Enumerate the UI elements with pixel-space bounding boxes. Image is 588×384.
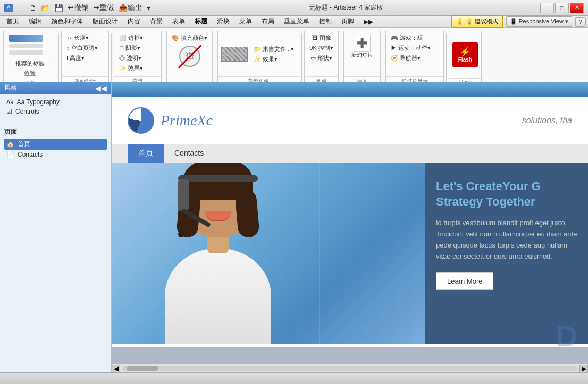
hero-right-panel: Let's CreateYour G Strategy Together Id … — [425, 163, 588, 344]
new-slide-button[interactable]: ➕ 新幻灯片 — [349, 33, 375, 60]
menu-spacing[interactable]: 布局 — [257, 16, 279, 27]
ribbon-group-insert: ➕ 新幻灯片 插入 — [343, 31, 381, 86]
maximize-button[interactable]: □ — [555, 3, 569, 13]
ribbon-group-bg: ⬜ 边框▾ ◻ 阴影▾ ◎ 透明▾ ✨ 效果▾ 背景 — [114, 31, 162, 86]
suggest-mode-button[interactable]: 💡 💡 建议模式 — [451, 15, 503, 28]
watermark-d-letter: D — [556, 322, 577, 344]
close-button[interactable]: ✕ — [570, 3, 584, 13]
window-title: 无标题 - Artisteer 4 家庭版 — [152, 3, 540, 12]
menu-footer[interactable]: 页脚 — [337, 16, 358, 27]
divider-7 — [383, 33, 383, 84]
menu-table[interactable]: 表单 — [168, 16, 189, 27]
bg-image-preview — [221, 47, 248, 62]
redo-button[interactable]: ↪重做 — [91, 3, 116, 13]
panel-divider — [0, 122, 111, 122]
main-area: PrimeXc solutions, tha 首页 Contacts — [112, 82, 588, 372]
menu-background[interactable]: 背景 — [146, 16, 167, 27]
ribbon-group-bg-content: ⬜ 边框▾ ◻ 阴影▾ ◎ 透明▾ ✨ 效果▾ — [114, 31, 161, 76]
new-button[interactable]: 🗋 — [28, 3, 38, 13]
logo-icon — [128, 107, 154, 134]
page-contacts-item[interactable]: 📄 Contacts — [4, 150, 107, 159]
hero-body: Id turpis vestibulum blandit proit eget … — [436, 218, 577, 262]
ribbon-group-insert-content: ➕ 新幻灯片 — [344, 31, 380, 76]
open-button[interactable]: 📂 — [39, 3, 52, 13]
bgimage-effect-button[interactable]: ✨ 效果▾ — [252, 55, 296, 64]
undo-button[interactable]: ↩撤销 — [66, 3, 90, 13]
panel-typography-item[interactable]: Aa Aa Typography — [4, 97, 107, 107]
image-button[interactable]: 🖼 图像 — [310, 33, 333, 42]
panel-collapse-button[interactable]: ◀◀ — [95, 84, 107, 92]
border-button[interactable]: ⬜ 边框▾ — [117, 33, 145, 42]
controls-icon: ☑ — [6, 108, 12, 115]
menu-slider[interactable]: 滑块 — [213, 16, 234, 27]
menu-home[interactable]: 首页 — [2, 16, 23, 27]
flash-button[interactable]: ⚡ Flash — [452, 42, 478, 67]
scroll-right-button[interactable]: ▶ — [579, 365, 588, 372]
panel-header: 风格 ◀◀ — [0, 82, 111, 94]
dropdown-arrow[interactable]: ▾ — [145, 3, 152, 13]
minimize-button[interactable]: ─ — [540, 3, 554, 13]
recommend-title-button[interactable] — [7, 33, 45, 56]
help-button[interactable]: ? — [575, 17, 586, 27]
website-preview: PrimeXc solutions, tha 首页 Contacts — [112, 82, 588, 347]
panel-title: 风格 — [4, 83, 17, 92]
left-panel: 风格 ◀◀ Aa Aa Typography ☑ Controls 页面 🏠 首… — [0, 82, 112, 372]
learn-more-button[interactable]: Learn More — [436, 272, 493, 290]
save-button[interactable]: 💾 — [53, 3, 65, 13]
menu-content[interactable]: 内容 — [123, 16, 145, 27]
divider-2 — [111, 33, 112, 84]
length-button[interactable]: ↔ 长度▾ — [65, 33, 90, 42]
menu-vmenu[interactable]: 垂直菜单 — [280, 16, 314, 27]
margin-button[interactable]: ↕ 空白页边▾ — [65, 44, 99, 53]
scroll-left-button[interactable]: ◀ — [112, 365, 120, 372]
horizontal-scrollbar[interactable]: ◀ ▶ — [112, 364, 588, 372]
scroll-thumb[interactable] — [127, 366, 158, 371]
ribbon-group-flash: ⚡ Flash Flash — [449, 31, 482, 86]
page-home-item[interactable]: 🏠 首页 — [4, 139, 107, 150]
nav-home[interactable]: 首页 — [128, 144, 164, 163]
ribbon-group-pagelayout: ↔ 长度▾ ↕ 空白页边▾ I 高度▾ 版面设计 — [61, 31, 109, 86]
recommend-title-label[interactable]: 推荐的标题 — [4, 58, 56, 69]
menu-title[interactable]: 标题 — [190, 16, 212, 27]
page-home-icon: 🏠 — [6, 141, 14, 148]
fill-color-button[interactable]: 🎨 填充颜色▾ — [170, 33, 209, 42]
typography-label: Aa Typography — [16, 98, 60, 106]
panel-controls-item[interactable]: ☑ Controls — [4, 107, 107, 116]
site-nav: 首页 Contacts — [112, 144, 588, 163]
ribbon-group-image: 🖼 图像 0K 控制▾ ▭ 形状▾ 图像 — [304, 31, 339, 86]
site-tagline: solutions, tha — [522, 116, 572, 125]
menu-color-font[interactable]: 颜色和字体 — [47, 16, 87, 27]
responsive-view-button[interactable]: 📱 Responsive View ▾ — [506, 16, 572, 27]
divider-8 — [446, 33, 447, 84]
title-bar: A 🗋 📂 💾 ↩撤销 ↪重做 📤输出 ▾ 无标题 - Artisteer 4 … — [0, 0, 588, 16]
menu-edit[interactable]: 编辑 — [24, 16, 46, 27]
pages-section-title: 页面 — [4, 127, 107, 136]
shadow-button[interactable]: ◻ 阴影▾ — [117, 44, 142, 53]
menu-more[interactable]: ▶▶ — [359, 17, 377, 27]
scroll-track[interactable] — [122, 366, 577, 371]
export-button[interactable]: 📤输出 — [117, 3, 144, 13]
ribbon: 推荐的标题 位置 推荐 ↔ 长度▾ ↕ 空白页边▾ I 高度▾ 版面设计 ⬜ 边… — [0, 28, 588, 87]
menu-control[interactable]: 控制 — [315, 16, 336, 27]
game-play-button[interactable]: 🎮 游戏：玩 — [389, 33, 425, 42]
control-button[interactable]: 0K 控制▾ — [308, 44, 335, 53]
ribbon-group-bgimage-content: 📁 来自文件...▾ ✨ 效果▾ — [218, 31, 299, 76]
ribbon-content: 推荐的标题 位置 推荐 ↔ 长度▾ ↕ 空白页边▾ I 高度▾ 版面设计 ⬜ 边… — [0, 28, 588, 86]
divider-6 — [341, 33, 341, 84]
nav-contacts[interactable]: Contacts — [164, 144, 214, 163]
effect-button[interactable]: ✨ 效果▾ — [117, 64, 145, 73]
motion-action-button[interactable]: ▶ 运动：动作▾ — [389, 44, 432, 53]
logo-text: PrimeXc — [161, 112, 213, 129]
menu-menu[interactable]: 菜单 — [235, 16, 256, 27]
from-file-button[interactable]: 📁 来自文件...▾ — [252, 45, 296, 54]
height-button[interactable]: I 高度▾ — [65, 54, 86, 63]
hero-section: Let's CreateYour G Strategy Together Id … — [112, 163, 588, 344]
transparent-button[interactable]: ◎ 透明▾ — [117, 54, 143, 63]
divider-1 — [58, 33, 59, 84]
ribbon-group-image-content: 🖼 图像 0K 控制▾ ▭ 形状▾ — [305, 31, 338, 76]
shape-button[interactable]: ▭ 形状▾ — [309, 54, 334, 63]
app-icon: A — [4, 4, 13, 12]
navigator-button[interactable]: 🧭 导航器▾ — [389, 54, 422, 63]
menu-layout[interactable]: 版面设计 — [88, 16, 122, 27]
position-button[interactable]: 位置 — [4, 69, 56, 79]
